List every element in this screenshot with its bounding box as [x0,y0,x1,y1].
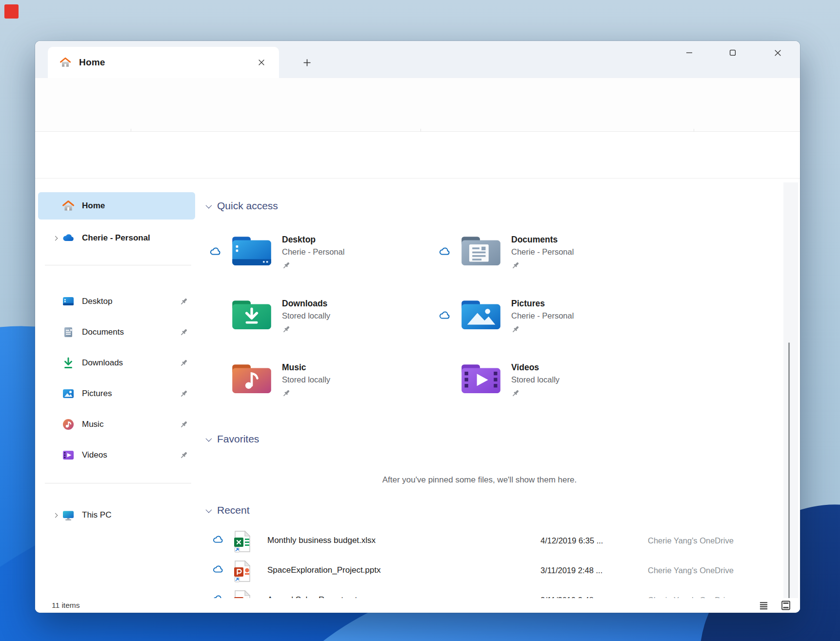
sidebar-item-label: Documents [82,327,124,337]
folder-tile-downloads[interactable]: Downloads Stored locally [209,298,433,344]
desktop-icon-red[interactable] [4,4,19,19]
vertical-scrollbar[interactable] [783,182,798,605]
new-tab-button[interactable] [298,54,316,71]
minimize-button[interactable] [678,44,700,61]
pin-icon [282,389,291,398]
folder-tile-videos[interactable]: Videos Stored locally [438,361,662,408]
tile-name: Videos [511,362,539,373]
onedrive-status-icon [439,311,451,320]
chevron-right-icon[interactable] [49,514,61,517]
sidebar-item-label: Home [82,201,105,211]
section-label: Recent [217,504,250,516]
downloads-folder-icon [231,298,272,330]
maximize-button[interactable] [721,44,744,61]
tab-bar: Home [35,41,800,78]
chevron-right-icon[interactable] [49,237,61,240]
file-location: Cherie Yang's OneDrive [648,536,734,545]
section-recent[interactable]: Recent [206,504,250,516]
home-icon [61,200,75,212]
view-large-thumbnails-button[interactable] [779,599,793,612]
folder-tile-desktop[interactable]: Desktop Cherie - Personal [209,234,433,280]
pin-icon [180,389,188,398]
sidebar-item-label: Cherie - Personal [82,233,150,243]
tab-close-button[interactable] [254,55,269,70]
pin-icon [511,261,520,270]
sidebar-item-this-pc[interactable]: This PC [38,501,195,529]
tile-subtitle: Stored locally [282,375,330,384]
sidebar-item-downloads[interactable]: Downloads [38,349,195,377]
pin-icon [511,389,520,398]
onedrive-status-icon [213,536,224,543]
sidebar-item-home[interactable]: Home [38,192,195,220]
items-count: 11 items [52,601,80,610]
sidebar-item-videos[interactable]: Videos [38,441,195,469]
pin-icon [180,359,188,367]
desktop-icon [61,295,75,308]
onedrive-status-icon [213,565,224,573]
view-details-button[interactable] [756,599,771,612]
onedrive-status-icon [210,247,221,256]
content-area: Home Cherie - Personal Desktop Docume [35,179,800,610]
file-row-space-exploration[interactable]: SpaceExploration_Project.pptx 3/11/2019 … [199,559,782,584]
pin-icon [282,261,291,270]
tile-subtitle: Cherie - Personal [511,311,574,320]
file-date: 3/11/2019 2:48 ... [540,566,602,575]
navigation-pane: Home Cherie - Personal Desktop Docume [35,179,199,610]
file-row-monthly-budget[interactable]: Monthly business budget.xlsx 4/12/2019 6… [199,529,782,554]
pin-icon [180,328,188,337]
pin-icon [282,325,291,334]
sidebar-separator [45,265,191,265]
folder-tile-pictures[interactable]: Pictures Cherie - Personal [438,298,662,344]
documents-folder-icon [460,234,501,266]
sidebar-item-label: Music [82,420,103,429]
sidebar-item-label: Pictures [82,389,112,399]
sidebar-separator [45,483,191,483]
sidebar-item-onedrive[interactable]: Cherie - Personal [38,224,195,252]
tile-name: Music [282,362,306,373]
sidebar-item-label: This PC [82,510,111,520]
sidebar-item-pictures[interactable]: Pictures [38,380,195,407]
powerpoint-file-icon [233,560,252,582]
pin-icon [180,451,188,460]
close-window-button[interactable] [766,44,789,61]
section-favorites[interactable]: Favorites [206,433,259,445]
tile-subtitle: Stored locally [282,311,330,320]
music-icon [61,418,75,431]
sidebar-item-label: Downloads [82,358,123,368]
chevron-down-icon [206,202,212,208]
this-pc-icon [61,509,75,521]
file-date: 4/12/2019 6:35 ... [540,536,603,545]
sidebar-item-label: Desktop [82,297,112,306]
file-name: Monthly business budget.xlsx [267,536,376,545]
sidebar-item-documents[interactable]: Documents [38,319,195,346]
file-location: Cherie Yang's OneDrive [648,566,734,575]
tab-home[interactable]: Home [48,47,279,78]
tile-name: Downloads [282,299,327,309]
command-toolbar: New Sort View [35,78,800,132]
scrollbar-thumb[interactable] [788,342,790,613]
excel-file-icon [233,530,252,553]
sidebar-item-music[interactable]: Music [38,411,195,438]
tile-subtitle: Cherie - Personal [282,247,344,257]
section-label: Favorites [217,433,259,445]
pin-icon [180,420,188,429]
status-bar: 11 items [35,598,800,613]
main-pane: Quick access Desktop Cherie - Personal D [199,179,782,610]
favorites-empty-text: After you've pinned some files, we'll sh… [199,475,760,485]
pictures-icon [61,387,75,400]
folder-tile-music[interactable]: Music Stored locally [209,361,433,408]
pin-icon [180,297,188,306]
tile-name: Documents [511,235,558,245]
section-quick-access[interactable]: Quick access [206,200,278,212]
sidebar-item-desktop[interactable]: Desktop [38,288,195,315]
desktop-folder-icon [231,234,272,266]
pictures-folder-icon [460,298,501,330]
tile-name: Desktop [282,235,316,245]
videos-icon [61,449,75,461]
tile-subtitle: Stored locally [511,375,560,384]
folder-tile-documents[interactable]: Documents Cherie - Personal [438,234,662,280]
home-icon [60,57,71,68]
music-folder-icon [231,361,272,394]
file-name: SpaceExploration_Project.pptx [267,565,380,575]
tile-subtitle: Cherie - Personal [511,247,574,257]
